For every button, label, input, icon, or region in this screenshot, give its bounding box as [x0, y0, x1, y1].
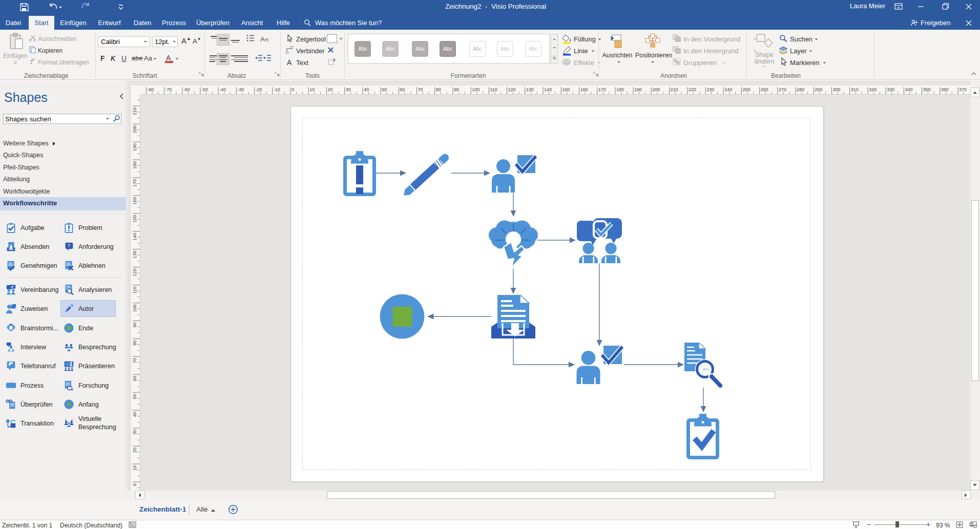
svg-text:210: 210	[671, 87, 678, 92]
svg-text:-30: -30	[237, 87, 244, 92]
svg-text:0: 0	[291, 87, 294, 92]
svg-text:30: 30	[132, 430, 137, 435]
svg-text:60: 60	[132, 376, 137, 381]
svg-text:-80: -80	[147, 87, 154, 92]
svg-text:-70: -70	[165, 87, 172, 92]
svg-text:330: 330	[887, 87, 894, 92]
svg-text:140: 140	[132, 233, 137, 241]
svg-text:80: 80	[132, 340, 137, 345]
svg-text:-60: -60	[183, 87, 190, 92]
svg-text:50: 50	[382, 87, 387, 92]
svg-text:?: ?	[68, 243, 70, 248]
svg-text:320: 320	[869, 87, 877, 92]
svg-text:40: 40	[132, 412, 137, 417]
svg-text:250: 250	[742, 87, 750, 92]
svg-text:100: 100	[132, 305, 137, 312]
svg-text:360: 360	[941, 87, 949, 92]
svg-text:-20: -20	[256, 87, 262, 92]
svg-text:120: 120	[508, 87, 516, 92]
svg-text:20: 20	[327, 87, 332, 92]
svg-text:60: 60	[400, 87, 405, 92]
svg-text:40: 40	[364, 87, 369, 92]
svg-text:240: 240	[724, 87, 732, 92]
svg-text:260: 260	[761, 87, 768, 92]
svg-text:130: 130	[132, 251, 137, 259]
svg-text:-50: -50	[201, 87, 208, 92]
svg-text:220: 220	[689, 87, 696, 92]
svg-text:0: 0	[132, 483, 137, 486]
svg-text:180: 180	[132, 161, 137, 169]
svg-text:90: 90	[132, 322, 137, 327]
svg-text:270: 270	[779, 87, 786, 92]
svg-text:300: 300	[833, 87, 841, 92]
svg-text:10: 10	[132, 465, 137, 471]
svg-text:280: 280	[797, 87, 804, 92]
svg-text:170: 170	[132, 179, 137, 187]
svg-text:130: 130	[526, 87, 534, 92]
svg-text:150: 150	[132, 215, 137, 223]
svg-text:70: 70	[418, 87, 423, 92]
svg-text:180: 180	[616, 87, 624, 92]
svg-text:340: 340	[905, 87, 912, 92]
svg-text:10: 10	[309, 87, 315, 92]
svg-text:20: 20	[132, 448, 137, 453]
svg-text:200: 200	[652, 87, 660, 92]
svg-text:30: 30	[346, 87, 351, 92]
svg-text:160: 160	[132, 197, 137, 205]
svg-text:50: 50	[132, 394, 137, 399]
svg-text:230: 230	[706, 87, 714, 92]
svg-text:290: 290	[815, 87, 822, 92]
svg-text:110: 110	[490, 87, 497, 92]
svg-text:170: 170	[598, 87, 606, 92]
svg-text:190: 190	[132, 143, 137, 151]
svg-text:310: 310	[851, 87, 859, 92]
svg-text:120: 120	[132, 269, 137, 277]
svg-text:100: 100	[472, 87, 479, 92]
svg-text:190: 190	[634, 87, 642, 92]
svg-text:370: 370	[959, 87, 967, 92]
svg-text:110: 110	[132, 287, 137, 294]
svg-text:70: 70	[132, 358, 137, 363]
svg-text:-40: -40	[219, 87, 226, 92]
svg-text:160: 160	[580, 87, 588, 92]
svg-text:140: 140	[544, 87, 552, 92]
svg-text:150: 150	[562, 87, 570, 92]
svg-text:200: 200	[132, 125, 137, 133]
svg-text:-10: -10	[274, 87, 280, 92]
svg-text:210: 210	[132, 108, 137, 115]
svg-text:80: 80	[436, 87, 441, 92]
svg-text:350: 350	[923, 87, 931, 92]
svg-text:90: 90	[454, 87, 459, 92]
